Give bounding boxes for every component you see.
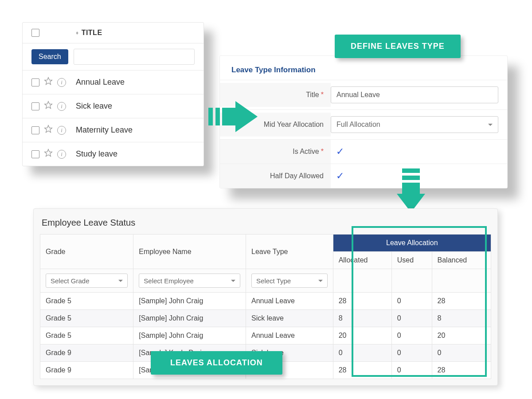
col-leave-type: Leave Type	[246, 235, 333, 269]
list-item[interactable]: i Annual Leave	[23, 70, 203, 94]
list-item-title: Sick leave	[76, 102, 112, 111]
cell-used: 0	[391, 327, 432, 344]
chevron-down-icon	[118, 280, 123, 282]
row-checkbox[interactable]	[31, 150, 39, 158]
active-field-label: Is Active*	[220, 140, 331, 164]
cell-type: Annual Leave	[246, 293, 333, 310]
halfday-field-label: Half Day Allowed	[220, 164, 331, 188]
col-used: Used	[391, 252, 432, 269]
cell-allocated: 8	[333, 310, 391, 327]
cell-used: 0	[391, 362, 432, 379]
arrow-right-icon	[208, 101, 258, 132]
star-icon[interactable]	[44, 149, 53, 160]
cell-balanced: 8	[432, 310, 491, 327]
list-item-title: Maternity Leave	[76, 125, 133, 135]
chevron-down-icon	[318, 280, 323, 282]
star-icon[interactable]	[44, 77, 53, 88]
list-item-title: Study leave	[76, 149, 117, 159]
cell-grade: Grade 5	[40, 293, 133, 310]
leaves-allocation-badge: LEAVES ALLOCATION	[151, 351, 282, 375]
form-row-active: Is Active* ✓	[220, 140, 507, 164]
list-item[interactable]: i Sick leave	[23, 94, 203, 118]
select-all-checkbox[interactable]	[31, 29, 39, 37]
sort-icon: ♦	[76, 30, 79, 35]
cell-employee: [Sample] John Craig	[133, 310, 246, 327]
cell-allocated: 20	[333, 327, 391, 344]
cell-balanced: 0	[432, 344, 491, 362]
svg-marker-0	[45, 78, 52, 85]
svg-marker-2	[45, 125, 52, 133]
midyear-select[interactable]: Full Allocation	[331, 116, 498, 133]
arrow-down-icon	[397, 168, 425, 212]
define-leaves-type-badge: DEFINE LEAVES TYPE	[335, 35, 461, 58]
svg-marker-1	[45, 102, 52, 109]
info-icon[interactable]: i	[57, 102, 66, 111]
col-grade: Grade	[40, 235, 133, 269]
search-row: Search	[23, 43, 203, 70]
leave-type-info-panel: Leave Type Information Title* Mid Year A…	[219, 55, 508, 188]
employee-filter-select[interactable]: Select Employee	[139, 274, 240, 288]
form-row-title: Title*	[220, 80, 507, 110]
col-employee: Employee Name	[133, 235, 246, 269]
col-allocated: Allocated	[333, 252, 391, 269]
status-panel-heading: Employee Leave Status	[40, 215, 491, 234]
grade-filter-select[interactable]: Select Grade	[46, 274, 128, 288]
midyear-select-value: Full Allocation	[336, 121, 380, 129]
cell-allocated: 28	[333, 362, 391, 379]
list-header-row: ♦ TITLE	[23, 23, 203, 43]
star-icon[interactable]	[44, 101, 53, 112]
list-item[interactable]: i Maternity Leave	[23, 118, 203, 142]
title-header-label: TITLE	[82, 29, 102, 37]
row-checkbox[interactable]	[31, 102, 39, 110]
leave-type-list-panel: ♦ TITLE Search i Annual Leave i Sick lea…	[22, 22, 204, 166]
cell-type: Annual Leave	[246, 327, 333, 344]
svg-marker-3	[45, 149, 52, 156]
halfday-checkbox[interactable]: ✓	[331, 170, 344, 182]
info-icon[interactable]: i	[57, 78, 66, 87]
row-checkbox[interactable]	[31, 78, 39, 86]
info-icon[interactable]: i	[57, 150, 66, 159]
active-checkbox[interactable]: ✓	[331, 146, 344, 157]
chevron-down-icon	[231, 280, 235, 282]
list-item-title: Annual Leave	[76, 78, 125, 87]
col-leave-allocation-group: Leave Allocation	[333, 235, 491, 252]
list-item[interactable]: i Study leave	[23, 142, 203, 166]
info-panel-heading: Leave Type Information	[220, 56, 507, 80]
table-row[interactable]: Grade 5[Sample] John CraigSick leave808	[40, 310, 491, 327]
cell-allocated: 28	[333, 293, 391, 310]
search-button[interactable]: Search	[31, 49, 68, 64]
title-input[interactable]	[331, 86, 498, 103]
star-icon[interactable]	[44, 125, 53, 136]
table-row[interactable]: Grade 5[Sample] John CraigAnnual Leave20…	[40, 327, 491, 344]
cell-used: 0	[391, 293, 432, 310]
cell-type: Sick leave	[246, 310, 333, 327]
cell-used: 0	[391, 344, 432, 362]
cell-balanced: 28	[432, 293, 491, 310]
info-icon[interactable]: i	[57, 126, 66, 135]
type-filter-select[interactable]: Select Type	[251, 274, 328, 288]
cell-grade: Grade 5	[40, 327, 133, 344]
cell-balanced: 20	[432, 327, 491, 344]
cell-grade: Grade 5	[40, 310, 133, 327]
cell-grade: Grade 9	[40, 344, 133, 362]
cell-grade: Grade 9	[40, 362, 133, 379]
cell-balanced: 28	[432, 362, 491, 379]
search-input[interactable]	[74, 49, 195, 65]
cell-employee: [Sample] John Craig	[133, 293, 246, 310]
form-row-midyear: Mid Year Allocation Full Allocation	[220, 110, 507, 140]
cell-allocated: 0	[333, 344, 391, 362]
table-row[interactable]: Grade 5[Sample] John CraigAnnual Leave28…	[40, 293, 491, 310]
chevron-down-icon	[488, 124, 493, 126]
form-row-halfday: Half Day Allowed ✓	[220, 164, 507, 188]
title-column-header[interactable]: ♦ TITLE	[76, 29, 102, 37]
cell-employee: [Sample] John Craig	[133, 327, 246, 344]
cell-used: 0	[391, 310, 432, 327]
row-checkbox[interactable]	[31, 126, 39, 134]
col-balanced: Balanced	[432, 252, 491, 269]
